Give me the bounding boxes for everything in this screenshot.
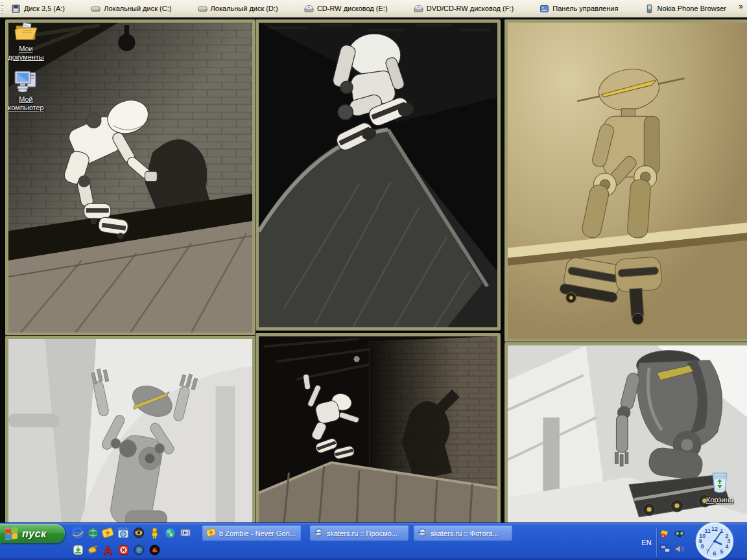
internet-explorer-icon	[314, 528, 324, 540]
control-panel-icon	[540, 4, 549, 14]
offline-status-icon[interactable]	[660, 528, 670, 539]
taskbar: пуск b Zombie - Nev	[0, 522, 747, 560]
media-player-icon[interactable]	[132, 543, 145, 556]
taskbar-window-label: b Zombie - Never Gon...	[219, 530, 296, 537]
desktop-icon-my-computer[interactable]: Мой компьютер	[3, 69, 49, 112]
toolbar-item-label: Nokia Phone Browser	[658, 5, 726, 12]
toolbar-item-disk-c[interactable]: Локальный диск (C:)	[87, 3, 175, 15]
globe-icon[interactable]	[86, 526, 99, 539]
taskbar-window-winamp[interactable]: b Zombie - Never Gon...	[202, 526, 301, 541]
recycle-bin-icon	[695, 471, 744, 494]
clock-number: 6	[713, 550, 717, 557]
floppy-drive-icon	[11, 4, 21, 14]
tray-separator	[656, 528, 657, 557]
taskbar-window-label: skaters.ru :: Фотога...	[431, 530, 499, 537]
sphere-icon[interactable]	[163, 526, 176, 539]
toolbar-item-disk-d[interactable]: Локальный диск (D:)	[194, 3, 282, 15]
start-button-label: пуск	[22, 528, 47, 540]
video-icon[interactable]	[179, 526, 192, 539]
toolbar-item-nokia-browser[interactable]: Nokia Phone Browser	[641, 3, 730, 15]
taskbar-window-ie-1[interactable]: skaters.ru :: Просмо...	[310, 526, 409, 541]
downloader-icon[interactable]	[71, 543, 84, 556]
my-computer-icon	[3, 69, 49, 93]
desktop-icon-label: Мои документы	[3, 45, 49, 62]
tray-clock[interactable]: 12 1 2 3 4 5 6 7 8 9 10 11	[695, 522, 734, 560]
qip-icon[interactable]	[148, 526, 161, 539]
internet-explorer-icon	[418, 528, 427, 540]
wallpaper-panel-robot-sitting	[504, 19, 747, 342]
taskbar-window-label: skaters.ru :: Просмо...	[327, 530, 397, 537]
toolbar-item-label: Панель управления	[552, 5, 618, 12]
toolbar-item-label: Локальный диск (C:)	[104, 5, 171, 12]
toolbar-item-floppy-a[interactable]: Диск 3,5 (A:)	[7, 3, 69, 15]
messenger-bird-icon[interactable]	[86, 543, 99, 556]
wallpaper-panel-robot-ledge	[5, 19, 255, 336]
toolbar-item-label: DVD/CD-RW дисковод (F:)	[427, 5, 514, 12]
winamp-icon	[206, 528, 216, 540]
acrobat-icon[interactable]	[101, 543, 114, 556]
hard-disk-icon	[198, 4, 208, 14]
my-documents-icon	[3, 21, 49, 43]
clock-number: 5	[720, 548, 723, 555]
wallpaper-panel-robot-quarterpipe	[255, 19, 501, 331]
toolbar-item-dvdrw-f[interactable]: DVD/CD-RW дисковод (F:)	[410, 3, 517, 15]
clock-number: 4	[725, 543, 728, 550]
clock-number: 11	[704, 528, 710, 534]
clock-number: 12	[711, 526, 718, 532]
internet-window-icon[interactable]	[117, 526, 130, 539]
wallpaper-panel-robot-jump	[255, 333, 501, 529]
toolbar-overflow-chevron[interactable]: »	[739, 2, 743, 11]
internet-explorer-icon[interactable]	[71, 526, 84, 539]
dragon-icon[interactable]	[148, 543, 161, 556]
desktop-icon-recycle-bin[interactable]: Корзина	[695, 471, 744, 504]
winamp-icon[interactable]	[101, 526, 114, 539]
drives-toolbar: Диск 3,5 (A:) Локальный диск (C:) Локаль…	[0, 0, 747, 18]
windows-logo-icon	[5, 527, 18, 540]
toolbar-item-cdrw-e[interactable]: CD-RW дисковод (E:)	[300, 3, 392, 15]
toolbar-item-label: Локальный диск (D:)	[211, 5, 278, 12]
desktop-icon-my-documents[interactable]: Мои документы	[3, 21, 49, 62]
volume-icon[interactable]	[674, 544, 685, 554]
desktop-icon-label: Мой компьютер	[3, 95, 49, 112]
goggles-icon[interactable]	[674, 528, 685, 539]
hard-disk-icon	[91, 4, 101, 14]
red-x-icon[interactable]	[117, 543, 130, 556]
windows-xp-desktop: { "toolbar": { "chevron": "»", "items": …	[0, 0, 747, 560]
eye-icon[interactable]	[132, 526, 145, 539]
phone-icon	[645, 4, 654, 14]
toolbar-item-label: Диск 3,5 (A:)	[24, 5, 65, 12]
taskbar-window-ie-2[interactable]: skaters.ru :: Фотога...	[414, 526, 512, 541]
toolbar-item-control-panel[interactable]: Панель управления	[536, 3, 622, 15]
wallpaper-panel-robot-arms-up	[5, 336, 255, 529]
language-indicator[interactable]: EN	[638, 535, 655, 550]
toolbar-item-label: CD-RW дисковод (E:)	[317, 5, 388, 12]
toolbar-items: Диск 3,5 (A:) Локальный диск (C:) Локаль…	[7, 3, 747, 15]
desktop-wallpaper: Мои документы Мой компьютер	[0, 17, 747, 522]
cd-drive-icon	[414, 4, 423, 14]
desktop-icon-label: Корзина	[695, 496, 744, 504]
cd-drive-icon	[304, 4, 314, 14]
start-button[interactable]: пуск	[0, 524, 65, 543]
toolbar-drag-handle[interactable]	[1, 2, 3, 15]
network-icon[interactable]	[660, 544, 670, 554]
